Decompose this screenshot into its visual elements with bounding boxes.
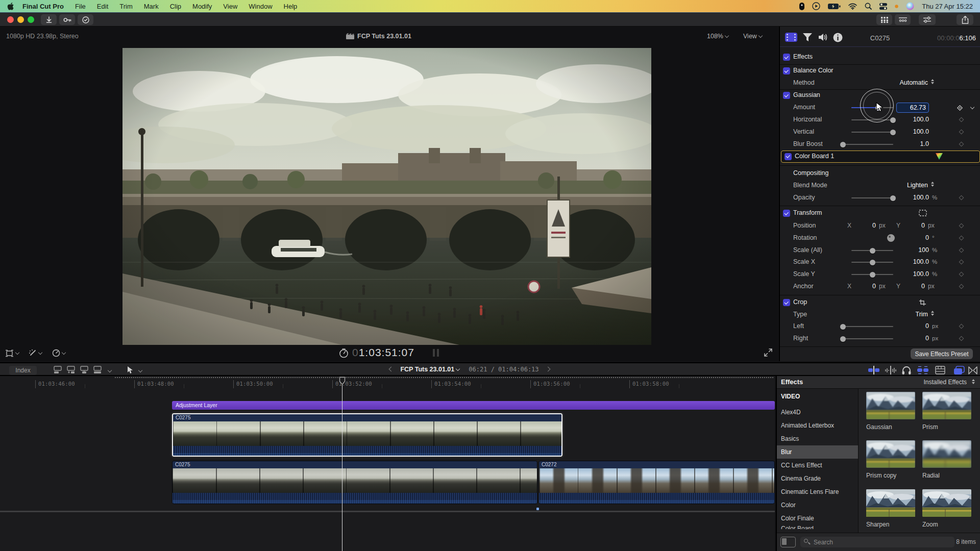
color-board-row[interactable]: Color Board 1 bbox=[781, 151, 980, 163]
effect-tile-gaussian[interactable]: Gaussian bbox=[866, 392, 915, 431]
menu-item-modify[interactable]: Modify bbox=[187, 3, 217, 10]
scale-x-slider[interactable] bbox=[851, 262, 893, 263]
keyframe-diamond-icon[interactable] bbox=[959, 117, 964, 122]
solo-toggle-icon[interactable] bbox=[901, 366, 912, 375]
enhancements-wand-dropdown[interactable] bbox=[29, 349, 44, 357]
scale-x-slider-handle[interactable] bbox=[870, 260, 875, 265]
scale-y-slider-handle[interactable] bbox=[870, 272, 875, 278]
category-item-basics[interactable]: Basics bbox=[777, 432, 858, 445]
scale-all-slider[interactable] bbox=[851, 250, 893, 251]
category-item-scrolled[interactable]: 360° bbox=[777, 402, 858, 406]
select-tool-icon[interactable] bbox=[127, 366, 134, 374]
viewer-timecode[interactable]: 01:03:51:07 bbox=[352, 346, 414, 359]
effect-tile-sharpen[interactable]: Sharpen bbox=[866, 489, 915, 528]
retime-dropdown[interactable] bbox=[52, 349, 67, 357]
position-tool-icon[interactable] bbox=[53, 366, 62, 374]
keyframe-diamond-icon[interactable] bbox=[959, 284, 964, 289]
chevron-down-icon[interactable] bbox=[138, 368, 142, 372]
color-board-triangle-icon[interactable] bbox=[935, 153, 944, 160]
method-select[interactable]: Automatic bbox=[856, 79, 928, 86]
anchor-y-value[interactable]: 0 bbox=[904, 283, 925, 290]
battery-icon[interactable] bbox=[828, 3, 841, 10]
menu-item-mark[interactable]: Mark bbox=[138, 3, 164, 10]
rotation-knob[interactable] bbox=[887, 234, 895, 242]
menu-app-name[interactable]: Final Cut Pro bbox=[17, 3, 69, 10]
sidebar-toggle-icon[interactable] bbox=[780, 537, 796, 547]
viewer-zoom-dropdown[interactable]: 108% bbox=[707, 33, 730, 40]
minimize-window-button[interactable] bbox=[17, 16, 24, 23]
menu-item-edit[interactable]: Edit bbox=[91, 3, 114, 10]
menu-item-help[interactable]: Help bbox=[278, 3, 303, 10]
keyframe-add-icon[interactable] bbox=[957, 105, 963, 111]
import-media-button[interactable] bbox=[41, 14, 57, 25]
category-item-cinematic-lens-flare[interactable]: Cinematic Lens Flare bbox=[777, 485, 858, 498]
chevron-down-icon[interactable] bbox=[108, 368, 112, 372]
timeline-clip-c0275[interactable]: C0275 bbox=[172, 461, 537, 504]
show-timeline-button[interactable] bbox=[895, 14, 911, 25]
menu-item-clip[interactable]: Clip bbox=[164, 3, 187, 10]
insert-clip-icon[interactable] bbox=[66, 366, 76, 374]
keyframe-diamond-icon[interactable] bbox=[959, 272, 964, 277]
transform-onscreen-icon[interactable] bbox=[919, 210, 927, 216]
installed-effects-dropdown[interactable]: Installed Effects bbox=[924, 379, 967, 386]
keyframe-diamond-icon[interactable] bbox=[959, 324, 964, 329]
share-button[interactable] bbox=[957, 14, 973, 25]
category-item-color[interactable]: Color bbox=[777, 498, 858, 512]
category-item-animated-letterbox[interactable]: Animated Letterbox bbox=[777, 419, 858, 432]
clip-appearance-icon[interactable] bbox=[935, 366, 945, 374]
save-effects-preset-button[interactable]: Save Effects Preset bbox=[911, 348, 973, 359]
playhead-line[interactable] bbox=[342, 384, 342, 551]
next-project-chevron[interactable] bbox=[545, 367, 550, 372]
vertical-slider[interactable] bbox=[851, 132, 893, 133]
menu-item-file[interactable]: File bbox=[69, 3, 91, 10]
scale-y-value[interactable]: 100.0 bbox=[895, 270, 929, 278]
position-y-value[interactable]: 0 bbox=[904, 222, 925, 229]
crop-onscreen-icon[interactable] bbox=[919, 299, 926, 306]
crop-right-value[interactable]: 0 bbox=[895, 335, 929, 342]
timeline-ruler[interactable]: 01:03:46:0001:03:48:0001:03:50:0001:03:5… bbox=[0, 376, 775, 391]
scale-x-value[interactable]: 100.0 bbox=[895, 258, 929, 265]
keyframe-diamond-icon[interactable] bbox=[959, 236, 964, 241]
timeline-clip-c0272[interactable]: C0272 bbox=[538, 461, 775, 504]
crop-left-slider-handle[interactable] bbox=[840, 324, 846, 330]
effects-category-list[interactable]: VIDEO 360° Alex4DAnimated LetterboxBasic… bbox=[777, 389, 859, 533]
select-updown-icon[interactable] bbox=[931, 79, 934, 84]
balance-color-checkbox[interactable] bbox=[783, 67, 790, 74]
crop-left-value[interactable]: 0 bbox=[895, 322, 929, 330]
spotlight-search-icon[interactable] bbox=[865, 3, 872, 10]
category-item-alex4d[interactable]: Alex4D bbox=[777, 406, 858, 419]
effect-tile-prism-copy[interactable]: Prism copy bbox=[866, 440, 915, 479]
keyframe-diamond-icon[interactable] bbox=[959, 130, 964, 135]
keyframe-diamond-icon[interactable] bbox=[959, 195, 964, 201]
append-clip-icon[interactable] bbox=[93, 366, 102, 374]
audio-skimming-toggle-icon[interactable] bbox=[885, 366, 897, 374]
keyframe-diamond-icon[interactable] bbox=[959, 142, 964, 147]
transitions-browser-toggle-icon[interactable] bbox=[968, 366, 978, 375]
screen-mirroring-icon[interactable] bbox=[812, 2, 820, 10]
timeline-clip-c0275-selected[interactable]: C0275 bbox=[172, 413, 562, 457]
blur-boost-slider[interactable] bbox=[842, 144, 893, 145]
transform-checkbox[interactable] bbox=[783, 210, 790, 217]
show-inspector-button[interactable] bbox=[919, 14, 936, 25]
scale-all-slider-handle[interactable] bbox=[870, 248, 875, 254]
position-x-value[interactable]: 0 bbox=[855, 222, 876, 229]
viewer-view-dropdown[interactable]: View bbox=[743, 33, 764, 40]
video-frame[interactable] bbox=[122, 48, 651, 345]
category-item-cinema-grade[interactable]: Cinema Grade bbox=[777, 472, 858, 485]
effects-search-input[interactable] bbox=[800, 537, 954, 547]
background-tasks-button[interactable] bbox=[78, 14, 93, 25]
color-board-checkbox[interactable] bbox=[785, 153, 792, 160]
crop-left-slider[interactable] bbox=[842, 326, 893, 327]
effect-tile-radial[interactable]: Radial bbox=[922, 440, 971, 479]
select-updown-icon[interactable] bbox=[931, 311, 934, 316]
category-item-scrolled[interactable]: Color Board bbox=[777, 525, 858, 529]
crop-checkbox[interactable] bbox=[783, 299, 790, 306]
scale-all-value[interactable]: 100 bbox=[895, 246, 929, 254]
effects-checkbox[interactable] bbox=[783, 54, 790, 61]
category-item-color-finale[interactable]: Color Finale bbox=[777, 512, 858, 525]
effects-browser-toggle-icon[interactable] bbox=[953, 366, 965, 375]
keyframe-diamond-icon[interactable] bbox=[959, 260, 964, 265]
blur-boost-slider-handle[interactable] bbox=[840, 142, 846, 147]
opacity-slider[interactable] bbox=[851, 197, 893, 198]
scale-y-slider[interactable] bbox=[851, 274, 893, 275]
